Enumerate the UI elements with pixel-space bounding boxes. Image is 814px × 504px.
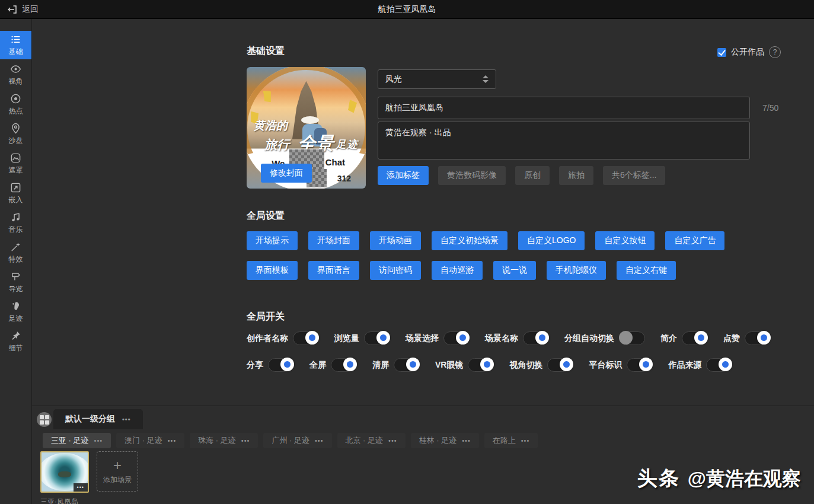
scene-tab-label: 桂林 · 足迹 [419, 435, 457, 446]
sidebar-item-label: 热点 [9, 106, 23, 116]
toggle-fullscreen: 全屏 [309, 358, 357, 372]
toggle-switch[interactable] [745, 331, 771, 345]
custom-logo-button[interactable]: 自定义LOGO [518, 231, 585, 250]
custom-ad-button[interactable]: 自定义广告 [665, 231, 724, 250]
tag-more-chip[interactable]: 共6个标签... [603, 166, 665, 185]
list-icon [10, 34, 21, 45]
opening-animation-button[interactable]: 开场动画 [370, 231, 421, 250]
public-work-label: 公开作品 [731, 47, 764, 58]
sidebar-item-embed[interactable]: 嵌入 [0, 179, 31, 208]
opening-cover-button[interactable]: 开场封面 [308, 231, 359, 250]
more-icon[interactable]: ••• [462, 437, 471, 444]
scene-thumbnail-item[interactable]: ••• 三亚·凤凰岛 [40, 451, 91, 504]
group-tab-default[interactable]: 默认一级分组 ••• [53, 409, 143, 429]
sidebar-item-details[interactable]: 细节 [0, 327, 31, 356]
eye-icon [10, 63, 21, 75]
toggle-switch[interactable] [468, 358, 494, 372]
toggle-view-switch: 视角切换 [509, 358, 573, 372]
toggle-switch[interactable] [619, 331, 645, 345]
more-icon[interactable]: ••• [241, 437, 250, 444]
ui-language-button[interactable]: 界面语言 [308, 261, 359, 280]
toggle-switch[interactable] [331, 358, 357, 372]
cover-code-text: 312 [337, 174, 351, 183]
scene-tab-beijing[interactable]: 北京 · 足迹 ••• [337, 433, 406, 448]
tag-chip[interactable]: 黄浩数码影像 [438, 166, 506, 185]
sidebar-item-guide[interactable]: 导览 [0, 268, 31, 296]
toggle-switch[interactable] [682, 331, 708, 345]
gyroscope-button[interactable]: 手机陀螺仪 [547, 261, 606, 280]
custom-initial-scene-button[interactable]: 自定义初始场景 [432, 231, 507, 250]
toggle-knob [535, 331, 549, 344]
sidebar-item-basic[interactable]: 基础 [0, 31, 31, 59]
sidebar-item-label: 特效 [9, 254, 23, 264]
add-tag-button[interactable]: 添加标签 [378, 166, 429, 185]
toggle-group-autoswitch: 分组自动切换 [564, 331, 645, 345]
category-select-value: 风光 [385, 74, 402, 85]
toggle-switch[interactable] [364, 331, 390, 345]
sidebar-item-hotspot[interactable]: 热点 [0, 90, 31, 119]
scene-tab-macau[interactable]: 澳门 · 足迹 ••• [116, 433, 184, 448]
switch-row-1: 创作者名称 浏览量 场景选择 场景名称 分组自动切换 简介 点赞 [247, 331, 771, 345]
plus-icon: + [113, 458, 122, 473]
scene-tab-on-the-road[interactable]: 在路上 ••• [484, 433, 538, 448]
opening-tip-button[interactable]: 开场提示 [247, 231, 298, 250]
more-icon[interactable]: ••• [315, 437, 324, 444]
scene-tab-guangzhou[interactable]: 广州 · 足迹 ••• [263, 433, 331, 448]
scene-tab-label: 珠海 · 足迹 [198, 435, 236, 446]
ui-template-button[interactable]: 界面模板 [247, 261, 298, 280]
scene-thumbnail[interactable]: ••• [40, 451, 89, 493]
toggle-knob [757, 331, 771, 344]
map-pin-icon [10, 123, 21, 134]
more-icon[interactable]: ••• [168, 437, 177, 444]
more-icon[interactable]: ••• [122, 416, 131, 423]
back-button[interactable]: 返回 [7, 4, 39, 15]
toggle-knob [305, 331, 319, 344]
public-work-checkbox[interactable] [717, 48, 726, 57]
add-scene-label: 添加场景 [103, 475, 132, 485]
toggle-switch[interactable] [523, 331, 549, 345]
sidebar-item-effects[interactable]: 特效 [0, 238, 31, 267]
toggle-switch[interactable] [547, 358, 573, 372]
toggle-switch[interactable] [706, 358, 732, 372]
toggle-knob [560, 358, 573, 371]
toggle-switch[interactable] [627, 358, 653, 372]
scene-tab-sanya[interactable]: 三亚 · 足迹 ••• [43, 433, 111, 448]
auto-tour-button[interactable]: 自动巡游 [432, 261, 483, 280]
work-description-textarea[interactable]: 黄浩在观察 · 出品 [378, 122, 750, 160]
toggle-switch[interactable] [394, 358, 420, 372]
toggle-label: 创作者名称 [247, 333, 288, 344]
change-cover-button[interactable]: 修改封面 [261, 164, 312, 183]
public-work-row: 公开作品 ? [717, 46, 781, 58]
say-something-button[interactable]: 说一说 [493, 261, 536, 280]
category-select[interactable]: 风光 [378, 69, 496, 89]
toggle-switch[interactable] [268, 358, 294, 372]
scene-tab-guilin[interactable]: 桂林 · 足迹 ••• [411, 433, 479, 448]
tag-chip[interactable]: 旅拍 [559, 166, 593, 185]
back-label: 返回 [22, 4, 39, 15]
more-icon[interactable]: ••• [388, 437, 397, 444]
add-scene-button[interactable]: + 添加场景 [97, 451, 138, 492]
scene-tab-label: 三亚 · 足迹 [51, 435, 89, 446]
help-icon[interactable]: ? [769, 46, 781, 58]
sidebar-item-label: 细节 [9, 343, 23, 353]
custom-rightclick-button[interactable]: 自定义右键 [617, 261, 676, 280]
sidebar-item-footprints[interactable]: 足迹 [0, 298, 31, 326]
sidebar-item-mask[interactable]: 遮罩 [0, 149, 31, 178]
sidebar-item-music[interactable]: 音乐 [0, 209, 31, 237]
more-icon[interactable]: ••• [74, 483, 88, 492]
work-title-input[interactable] [378, 97, 750, 119]
grid-view-icon[interactable] [37, 412, 52, 427]
scene-tab-zhuhai[interactable]: 珠海 · 足迹 ••• [190, 433, 258, 448]
toggle-switch[interactable] [443, 331, 470, 345]
tag-chip[interactable]: 原创 [515, 166, 550, 185]
toggle-platform-logo: 平台标识 [589, 358, 653, 372]
toggle-knob [719, 358, 732, 371]
access-password-button[interactable]: 访问密码 [370, 261, 421, 280]
sidebar-item-view-angle[interactable]: 视角 [0, 60, 31, 89]
custom-button-button[interactable]: 自定义按钮 [595, 231, 655, 250]
more-icon[interactable]: ••• [94, 437, 103, 444]
flag-decor [347, 100, 357, 113]
toggle-switch[interactable] [293, 331, 319, 345]
sidebar-item-sandbox-map[interactable]: 沙盘 [0, 120, 31, 148]
more-icon[interactable]: ••• [521, 437, 530, 444]
